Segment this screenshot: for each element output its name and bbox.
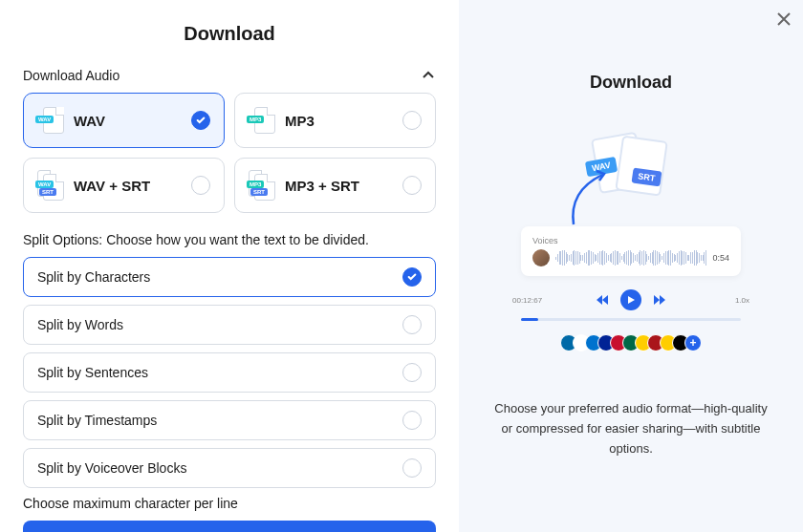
radio-unchecked-icon <box>402 411 422 430</box>
duration-label: 0:54 <box>712 253 729 263</box>
mp3-srt-files-icon: MP3 SRT <box>249 172 275 199</box>
illus-srt-badge: SRT <box>631 167 662 186</box>
radio-unchecked-icon <box>402 111 422 130</box>
format-label: MP3 <box>285 113 393 129</box>
download-audio-label: Download Audio <box>23 68 119 83</box>
split-option-label: Split by Words <box>37 317 123 332</box>
progress-bar <box>521 318 741 321</box>
radio-unchecked-icon <box>402 176 422 195</box>
panel-title: Download <box>23 23 436 45</box>
close-button[interactable] <box>774 10 793 29</box>
format-label: WAV <box>74 113 182 129</box>
info-panel: Download WAV SRT Voices 0:54 <box>459 0 803 532</box>
play-button-icon <box>620 289 641 310</box>
split-options-list: Split by Characters Split by Words Split… <box>23 257 436 488</box>
split-option-label: Split by Sentences <box>37 365 148 380</box>
radio-unchecked-icon <box>402 458 422 478</box>
download-options-panel: Download Download Audio WAV WAV MP3 MP3 <box>0 0 459 532</box>
wav-srt-files-icon: WAV SRT <box>37 172 64 199</box>
forward-icon <box>653 293 666 307</box>
download-audio-section-toggle[interactable]: Download Audio <box>23 68 436 83</box>
download-button[interactable]: Download <box>23 521 436 532</box>
format-option-mp3-srt[interactable]: MP3 SRT MP3 + SRT <box>234 158 436 213</box>
split-option-voiceover-blocks[interactable]: Split by Voiceover Blocks <box>23 448 436 488</box>
split-options-label: Split Options: Choose how you want the t… <box>23 232 436 247</box>
split-option-words[interactable]: Split by Words <box>23 305 436 345</box>
split-option-label: Split by Timestamps <box>37 413 157 428</box>
radio-checked-icon <box>402 267 422 287</box>
mp3-file-icon: MP3 <box>249 107 275 134</box>
download-illustration: WAV SRT Voices 0:54 00:12:67 <box>507 131 755 351</box>
audio-format-grid: WAV WAV MP3 MP3 WAV SRT WAV + SRT <box>23 93 436 213</box>
playback-rate-label: 1.0x <box>735 296 749 305</box>
format-label: WAV + SRT <box>74 178 182 194</box>
split-option-label: Split by Voiceover Blocks <box>37 460 186 476</box>
voices-label: Voices <box>532 236 729 245</box>
curved-arrow-icon <box>564 167 621 234</box>
split-option-characters[interactable]: Split by Characters <box>23 257 436 297</box>
split-option-label: Split by Characters <box>37 269 150 285</box>
player-controls: 00:12:67 1.0x <box>507 289 755 310</box>
split-option-sentences[interactable]: Split by Sentences <box>23 352 436 393</box>
chevron-up-icon <box>421 68 436 83</box>
info-description: Choose your preferred audio format—high-… <box>482 399 780 458</box>
radio-unchecked-icon <box>191 176 210 195</box>
radio-unchecked-icon <box>402 315 422 334</box>
format-option-wav-srt[interactable]: WAV SRT WAV + SRT <box>23 158 225 213</box>
split-option-timestamps[interactable]: Split by Timestamps <box>23 400 436 440</box>
flag-icon: + <box>684 334 702 351</box>
radio-checked-icon <box>191 111 210 130</box>
avatar <box>532 249 550 266</box>
radio-unchecked-icon <box>402 363 422 382</box>
format-option-mp3[interactable]: MP3 MP3 <box>234 93 436 148</box>
audio-player-preview: Voices 0:54 <box>521 226 741 276</box>
timecode-label: 00:12:67 <box>512 296 542 305</box>
format-label: MP3 + SRT <box>285 178 393 194</box>
language-flags: + <box>507 334 755 351</box>
waveform-icon <box>555 249 706 266</box>
format-option-wav[interactable]: WAV WAV <box>23 93 225 148</box>
close-icon <box>774 10 793 29</box>
max-char-helper: Choose maximum character per line <box>23 496 436 511</box>
wav-file-icon: WAV <box>37 107 64 134</box>
info-title: Download <box>590 73 672 93</box>
rewind-icon <box>596 293 609 307</box>
